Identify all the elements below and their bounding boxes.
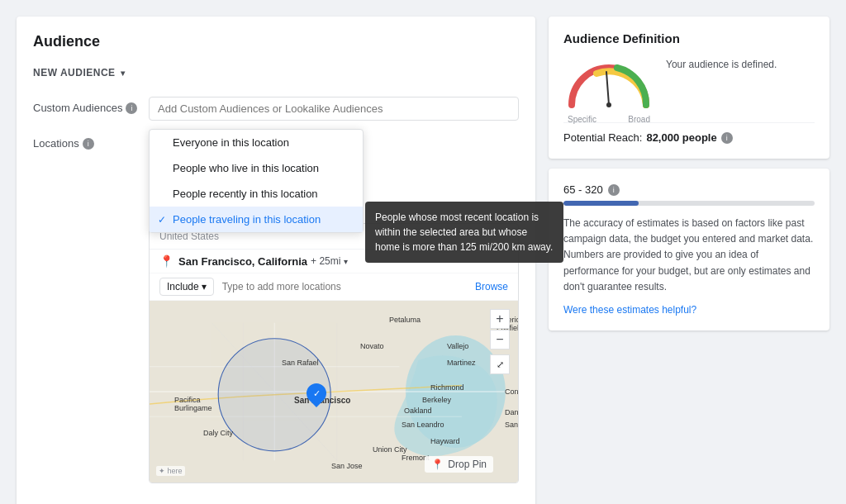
include-row: Include ▾ Browse [150, 273, 518, 301]
chevron-down-icon: ▾ [202, 281, 207, 292]
new-audience-button[interactable]: NEW AUDIENCE ▾ [33, 64, 125, 82]
location-city: San Francisco, California + 25mi ▾ [178, 255, 348, 268]
here-icon: ✦ [159, 467, 165, 475]
potential-reach: Potential Reach: 82,000 people i [563, 122, 815, 144]
locations-row: Locations i Everyone in this location Pe… [33, 132, 519, 483]
gauge-section: Specific Broad Your audience is defined. [563, 57, 815, 111]
range-fill [563, 201, 639, 206]
search-locations-input[interactable] [219, 279, 470, 294]
chevron-down-icon: ▾ [121, 69, 126, 78]
gauge-container: Specific Broad [563, 57, 654, 111]
map-label-union-city: Union City [373, 445, 407, 454]
map-label-berkeley: Berkeley [422, 396, 451, 404]
map-label-vallejo: Vallejo [447, 342, 468, 350]
map-label-san-rafael: San Rafael [282, 359, 319, 367]
page-title: Audience [33, 33, 519, 50]
location-tooltip: People whose most recent location is wit… [365, 202, 563, 263]
right-panel: Audience Definition Specific Broad [549, 17, 829, 504]
map-container: Petaluma AmericanFairfield Novato Vallej… [150, 301, 518, 483]
location-type-dropdown: Everyone in this location People who liv… [149, 129, 364, 233]
include-button[interactable]: Include ▾ [159, 278, 214, 296]
audience-definition-card: Audience Definition Specific Broad [549, 17, 829, 159]
audience-definition-title: Audience Definition [563, 31, 815, 45]
new-audience-label: NEW AUDIENCE [33, 67, 116, 78]
map-label-oakland: Oakland [404, 407, 432, 415]
chevron-down-icon: ▾ [344, 257, 348, 266]
map-here-logo: ✦ here [156, 466, 185, 476]
custom-audiences-label: Custom Audiences i [33, 97, 149, 114]
dropdown-item-everyone[interactable]: Everyone in this location [150, 130, 363, 155]
locations-label: Locations i [33, 132, 149, 150]
locations-info-icon[interactable]: i [83, 138, 94, 150]
potential-reach-value: 82,000 people [646, 131, 716, 144]
svg-line-9 [606, 72, 609, 105]
map-label-hayward: Hayward [430, 437, 460, 445]
broad-label: Broad [628, 115, 650, 124]
map-pin: ✓ [302, 379, 330, 407]
custom-audiences-row: Custom Audiences i [33, 97, 519, 121]
audience-defined-text: Your audience is defined. [666, 57, 777, 72]
browse-button[interactable]: Browse [475, 281, 508, 292]
potential-reach-info-icon[interactable]: i [721, 132, 733, 144]
map-label-pacifica: PacificaBurlingame [174, 396, 212, 412]
gauge-labels: Specific Broad [568, 115, 650, 124]
audience-panel: Audience NEW AUDIENCE ▾ Custom Audiences… [17, 17, 535, 504]
estimates-description: The accuracy of estimates is based on fa… [563, 216, 815, 295]
dropdown-item-recently[interactable]: People recently in this location [150, 181, 363, 207]
estimates-card: 65 - 320 i The accuracy of estimates is … [549, 169, 829, 330]
svg-point-0 [406, 335, 506, 448]
custom-audiences-input[interactable] [149, 97, 519, 121]
estimates-info-icon[interactable]: i [608, 184, 620, 196]
drop-pin-icon: 📍 [431, 459, 444, 470]
map-zoom-out-button[interactable]: − [490, 330, 510, 349]
dropdown-item-traveling[interactable]: People traveling in this location [150, 207, 363, 232]
map-label-danville: Danville [505, 408, 518, 416]
map-label-daly-city: Daly City [203, 429, 233, 437]
map-label-san-ramon: San Ramon [505, 421, 518, 429]
map-label-concord: Concord [505, 388, 518, 396]
location-radius: + 25mi ▾ [311, 255, 348, 267]
range-bar [563, 201, 815, 206]
map-label-novato: Novato [360, 342, 384, 350]
map-zoom-in-button[interactable]: + [490, 309, 510, 329]
location-pin-icon: 📍 [159, 254, 173, 268]
drop-pin-label[interactable]: 📍 Drop Pin [425, 456, 493, 473]
custom-audiences-info-icon[interactable]: i [126, 102, 137, 114]
potential-reach-label: Potential Reach: [563, 131, 642, 144]
estimates-range: 65 - 320 i [563, 183, 815, 196]
map-controls: + − [490, 309, 510, 349]
map-label-petaluma: Petaluma [389, 316, 421, 324]
map-label-martinez: Martinez [447, 359, 476, 367]
map-background: Petaluma AmericanFairfield Novato Vallej… [150, 301, 518, 483]
gauge-svg [563, 57, 654, 111]
map-expand-button[interactable]: ⤢ [490, 354, 510, 374]
map-label-san-jose: San Jose [331, 462, 363, 470]
estimates-helpful-link[interactable]: Were these estimates helpful? [563, 304, 696, 316]
svg-point-10 [606, 102, 611, 107]
map-label-san-leandro: San Leandro [402, 421, 444, 429]
map-svg [150, 301, 518, 483]
dropdown-item-live[interactable]: People who live in this location [150, 155, 363, 181]
map-label-richmond: Richmond [430, 383, 464, 392]
specific-label: Specific [568, 115, 596, 124]
locations-content: Everyone in this location People who liv… [149, 132, 519, 483]
